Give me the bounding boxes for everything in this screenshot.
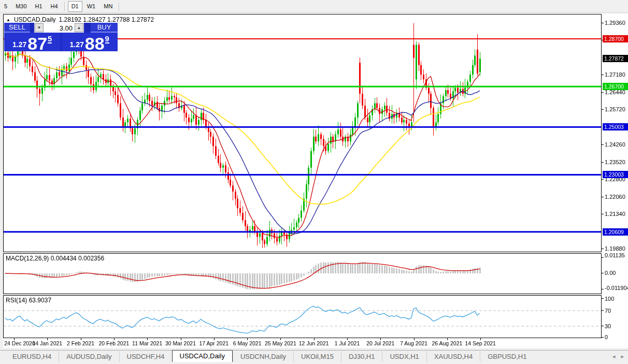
price-tick-label: 1.19880 xyxy=(605,245,625,252)
date-label: 6 May 2021 xyxy=(228,340,266,346)
date-label: 2 Feb 2021 xyxy=(62,340,100,346)
sell-price-pip: 5 xyxy=(48,35,52,43)
trade-panel-top-row: SELL ▼ ▲ BUY xyxy=(4,23,118,33)
macd-tick-label: -0.011904 xyxy=(605,285,628,291)
date-label: 25 May 2021 xyxy=(261,340,299,346)
price-tick-label: 1.22060 xyxy=(605,194,625,200)
price-level-badge: 1.23003 xyxy=(603,171,628,178)
timeframe-button-5[interactable]: 5 xyxy=(1,1,11,12)
timeframe-button-h4[interactable]: H4 xyxy=(47,1,62,12)
macd-label: MACD(12,26,9) 0.004434 0.002356 xyxy=(6,255,104,262)
sell-button[interactable]: SELL xyxy=(4,23,30,33)
trade-panel-price-row: 1.27 87 5 1.27 88 9 xyxy=(4,33,118,51)
price-level-badge: 1.26700 xyxy=(603,83,628,90)
macd-tick-label: 0.00 xyxy=(605,270,616,276)
symbol-period-label: USDCAD,Daily xyxy=(14,16,56,23)
rsi-tick-label: 100 xyxy=(605,296,614,302)
tab-audusd-daily[interactable]: AUDUSD,Daily xyxy=(59,352,119,362)
buy-button[interactable]: BUY xyxy=(91,23,118,33)
tab-gbpusd-h1[interactable]: GBPUSD,H1 xyxy=(480,352,534,362)
chart-title: ▲USDCAD,Daily1.28192 1.28427 1.27788 1.2… xyxy=(6,16,154,23)
timeframe-button-w1[interactable]: W1 xyxy=(83,1,99,12)
tab-scroll-arrows: ◂ ▸ xyxy=(608,353,624,360)
date-label: 14 Jan 2021 xyxy=(28,340,66,346)
tab-usdchf-h4[interactable]: USDCHF,H4 xyxy=(119,352,172,362)
timeframe-button-mn[interactable]: MN xyxy=(100,1,116,12)
toolbar-separator xyxy=(119,2,120,11)
volume-decrease-button[interactable]: ▼ xyxy=(35,23,44,32)
tab-scroll-right-icon[interactable]: ▸ xyxy=(621,353,624,359)
rsi-tick-label: 30 xyxy=(605,323,611,329)
volume-field-wrap xyxy=(44,23,75,32)
volume-spinner: ▼ ▲ xyxy=(34,23,84,33)
mt4-terminal-window: { "toolbar": {"timeframes": ["5","M30","… xyxy=(0,0,628,364)
price-tick-label: 1.24260 xyxy=(605,141,625,148)
buy-price-prefix: 1.27 xyxy=(70,40,84,49)
sell-price-box[interactable]: 1.27 87 5 xyxy=(4,33,61,51)
toolbar-separator xyxy=(64,2,65,11)
price-level-badge: 1.28700 xyxy=(603,35,628,42)
date-label: 7 Aug 2021 xyxy=(395,340,433,346)
sell-price-big: 87 xyxy=(27,36,47,51)
rsi-label: RSI(14) 63.9037 xyxy=(6,297,51,304)
collapse-triangle-icon[interactable]: ▲ xyxy=(6,18,10,22)
chart-canvas[interactable] xyxy=(0,0,628,364)
tab-xauusd-h4[interactable]: XAUUSD,H4 xyxy=(426,352,480,362)
rsi-tick-label: 0 xyxy=(605,334,608,340)
date-label: 12 Jun 2021 xyxy=(295,340,333,346)
tab-usdx-h1[interactable]: USDX,H1 xyxy=(382,352,426,362)
price-tick-label: 1.25720 xyxy=(605,106,625,112)
price-tick-label: 1.23520 xyxy=(605,159,625,165)
buy-price-box[interactable]: 1.27 88 9 xyxy=(62,33,118,51)
buy-price-pip: 9 xyxy=(105,35,109,43)
tab-dj30-h1[interactable]: DJ30,H1 xyxy=(341,352,382,362)
timeframe-button-m30[interactable]: M30 xyxy=(12,1,30,12)
date-label: 30 Mar 2021 xyxy=(162,340,200,346)
tab-ukoil-m15[interactable]: UKOil,M15 xyxy=(293,352,341,362)
price-level-badge: 1.27872 xyxy=(603,55,628,62)
tab-scroll-left-icon[interactable]: ◂ xyxy=(612,353,616,359)
timeframe-button-d1[interactable]: D1 xyxy=(68,1,82,12)
price-level-badge: 1.25003 xyxy=(603,123,628,130)
one-click-trade-panel: SELL ▼ ▲ BUY 1.27 87 5 1.27 88 9 xyxy=(4,23,118,51)
rsi-tick-label: 70 xyxy=(605,308,611,314)
date-label: 20 Feb 2021 xyxy=(95,340,133,346)
tab-eurusd-h4[interactable]: EURUSD,H4 xyxy=(5,352,59,362)
sell-price-prefix: 1.27 xyxy=(12,40,26,49)
ohlc-values: 1.28192 1.28427 1.27788 1.27872 xyxy=(59,16,154,23)
date-label: 20 Jul 2021 xyxy=(361,340,399,346)
price-tick-label: 1.27180 xyxy=(605,71,625,78)
tab-usdcnh-daily[interactable]: USDCNH,Daily xyxy=(233,352,293,362)
timeframe-toolbar: 5M30H1H4D1W1MN xyxy=(0,0,628,13)
price-tick-label: 1.21340 xyxy=(605,211,625,217)
date-label: 11 Mar 2021 xyxy=(128,340,166,346)
macd-tick-label: 0.01135 xyxy=(605,252,625,258)
date-label: 17 Apr 2021 xyxy=(195,340,233,346)
volume-increase-button[interactable]: ▲ xyxy=(75,23,83,32)
symbol-tab-bar: EURUSD,H4AUDUSD,DailyUSDCHF,H4USDCAD,Dai… xyxy=(0,350,628,362)
price-tick-label: 1.29360 xyxy=(605,20,625,26)
timeframe-button-h1[interactable]: H1 xyxy=(32,1,46,12)
date-label: 14 Sep 2021 xyxy=(461,340,499,346)
date-label: 1 Jul 2021 xyxy=(328,340,366,346)
tab-usdcad-daily[interactable]: USDCAD,Daily xyxy=(172,350,233,362)
price-level-badge: 1.20609 xyxy=(603,228,628,236)
date-label: 26 Aug 2021 xyxy=(428,340,466,346)
buy-price-big: 88 xyxy=(85,36,105,51)
volume-input[interactable] xyxy=(44,24,75,33)
